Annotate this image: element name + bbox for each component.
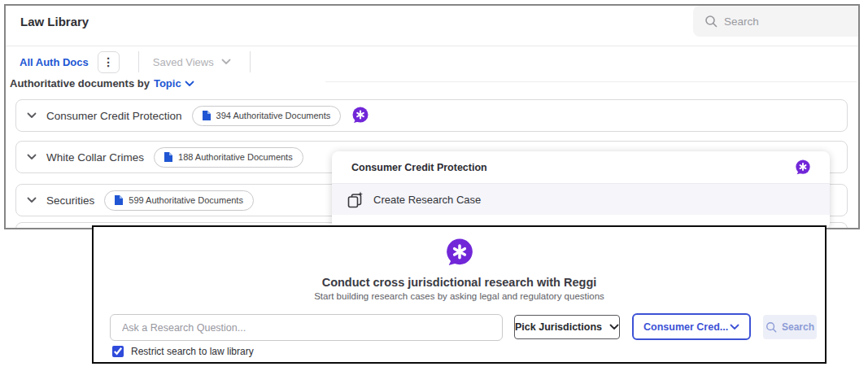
pick-jurisdictions-dropdown[interactable]: Pick Jurisdictions bbox=[514, 315, 620, 339]
search-icon bbox=[765, 321, 777, 333]
topic-name: White Collar Crimes bbox=[46, 151, 144, 164]
chevron-down-icon bbox=[221, 59, 231, 65]
doc-count-label: 188 Authoritative Documents bbox=[178, 152, 293, 162]
modal-subtitle: Start building research cases by asking … bbox=[94, 291, 825, 301]
chevron-down-icon[interactable] bbox=[27, 112, 37, 119]
topic-name: Consumer Credit Protection bbox=[46, 110, 182, 122]
reggi-assistant-icon bbox=[794, 159, 812, 177]
kebab-menu-icon[interactable]: ⋮ bbox=[98, 51, 120, 73]
modal-header: Conduct cross jurisdictional research wi… bbox=[94, 227, 825, 301]
document-icon bbox=[164, 152, 172, 162]
law-library-panel: Law Library All Auth Docs ⋮ Saved Views … bbox=[4, 4, 860, 229]
search-button-label: Search bbox=[782, 321, 814, 333]
tab-all-auth-docs[interactable]: All Auth Docs bbox=[20, 56, 89, 68]
screen: Law Library All Auth Docs ⋮ Saved Views … bbox=[0, 0, 868, 371]
topic-link-label: Topic bbox=[154, 77, 181, 89]
divider bbox=[138, 51, 139, 72]
doc-count-label: 394 Authoritative Documents bbox=[216, 111, 331, 120]
chevron-down-icon[interactable] bbox=[27, 197, 37, 203]
document-icon bbox=[115, 195, 123, 205]
chevron-down-icon bbox=[730, 324, 739, 330]
reggi-assistant-icon bbox=[443, 237, 476, 269]
restrict-search-label: Restrict search to law library bbox=[131, 346, 254, 357]
create-research-case-item[interactable]: Create Research Case bbox=[332, 184, 830, 215]
doc-count-badge: 188 Authoritative Documents bbox=[154, 147, 303, 168]
topic-dropdown-value: Consumer Cred... bbox=[643, 321, 728, 333]
doc-count-label: 599 Authoritative Documents bbox=[129, 195, 243, 205]
tab-saved-views[interactable]: Saved Views bbox=[153, 56, 231, 68]
popup-title: Consumer Credit Protection bbox=[351, 162, 794, 173]
doc-count-badge: 394 Authoritative Documents bbox=[192, 106, 342, 126]
reggi-assistant-icon[interactable] bbox=[351, 106, 370, 125]
document-icon bbox=[203, 111, 211, 120]
chevron-down-icon bbox=[609, 324, 619, 330]
pick-jurisdictions-label: Pick Jurisdictions bbox=[515, 321, 602, 333]
restrict-search-row: Restrict search to law library bbox=[112, 346, 254, 357]
chevron-down-icon bbox=[185, 81, 194, 87]
reggi-context-popup: Consumer Credit Protection Create Resear… bbox=[332, 151, 830, 229]
search-button[interactable]: Search bbox=[763, 315, 817, 339]
create-research-case-icon bbox=[346, 191, 364, 208]
popup-header: Consumer Credit Protection bbox=[332, 151, 830, 183]
saved-views-label: Saved Views bbox=[153, 56, 214, 68]
global-search[interactable] bbox=[693, 6, 858, 37]
restrict-search-checkbox[interactable] bbox=[112, 346, 124, 357]
research-question-input[interactable] bbox=[110, 314, 503, 341]
group-by-label: Authoritative documents by bbox=[10, 77, 150, 89]
header-divider bbox=[6, 46, 858, 46]
topic-row-consumer-credit-protection[interactable]: Consumer Credit Protection 394 Authorita… bbox=[15, 99, 848, 132]
reggi-research-modal: Conduct cross jurisdictional research wi… bbox=[92, 225, 827, 364]
doc-count-badge: 599 Authoritative Documents bbox=[104, 190, 254, 211]
topic-name: Securities bbox=[46, 194, 94, 207]
topic-dropdown[interactable]: Consumer Cred... bbox=[632, 313, 751, 340]
group-by-subheader: Authoritative documents by Topic bbox=[10, 77, 194, 89]
search-icon bbox=[704, 15, 718, 28]
divider bbox=[250, 51, 251, 72]
section-divider bbox=[325, 81, 857, 82]
create-research-case-label: Create Research Case bbox=[373, 194, 481, 206]
group-by-topic-link[interactable]: Topic bbox=[154, 77, 194, 89]
chevron-down-icon[interactable] bbox=[27, 154, 37, 160]
page-title: Law Library bbox=[20, 15, 89, 28]
search-input[interactable] bbox=[724, 15, 846, 28]
tab-bar: All Auth Docs ⋮ Saved Views bbox=[14, 48, 251, 76]
modal-title: Conduct cross jurisdictional research wi… bbox=[94, 276, 825, 289]
